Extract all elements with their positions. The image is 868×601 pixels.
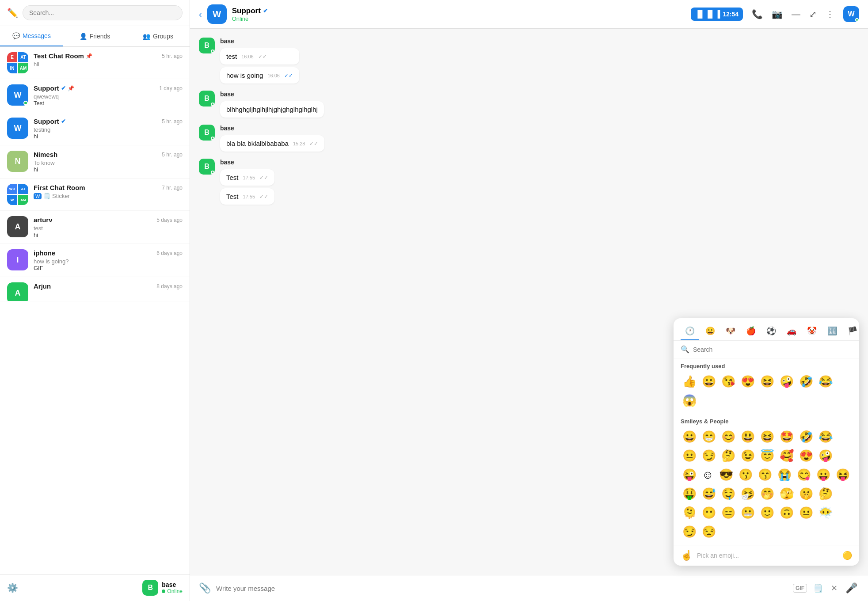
gif-button[interactable]: GIF: [793, 584, 807, 593]
emoji-thumbsup[interactable]: 👍: [681, 373, 698, 390]
phone-icon[interactable]: 📞: [752, 9, 763, 19]
bubble-1-2: how is going 16:06 ✓✓: [220, 67, 299, 84]
header-avatar: W: [207, 4, 227, 24]
msg-online-dot-1: [211, 49, 214, 53]
avatar-7: I: [7, 249, 28, 270]
msg-avatar-2: B: [199, 91, 215, 107]
tab-messages[interactable]: 💬 Messages: [0, 26, 63, 46]
verified-badge-2: ✔: [61, 85, 66, 91]
msg-content-2: base blhhghgljhglhjlhjghjghglhglhglhj: [220, 91, 324, 118]
msg-content-1: base test 16:06 ✓✓ how is going 16:06 ✓✓: [220, 38, 299, 84]
chat-header: ‹ W Support ✔ Online ▐▌▐▌▐ 12:54 📞 📷 — ⤢…: [190, 0, 868, 29]
video-icon[interactable]: 📷: [772, 9, 783, 19]
chat-info-4: Nimesh 5 hr. ago To know hi: [34, 151, 183, 173]
msg-online-dot-4: [211, 171, 214, 174]
emoji-tab-travel[interactable]: 🚗: [782, 323, 801, 340]
emoji-tab-symbols[interactable]: 🔣: [823, 323, 841, 340]
sticker-button[interactable]: 🗒️: [811, 582, 825, 595]
message-group-4: B base Test 17:55 ✓✓ Test 17:55 ✓✓: [199, 159, 859, 205]
avatar-4: N: [7, 151, 28, 172]
emoji-search: 🔍: [674, 341, 859, 358]
msg-avatar-4: B: [199, 159, 215, 175]
bubble-4-1: Test 17:55 ✓✓: [220, 169, 274, 186]
tab-groups[interactable]: 👥 Groups: [126, 26, 190, 46]
emoji-tab-flags[interactable]: 🏴: [843, 323, 859, 340]
settings-icon[interactable]: ⚙️: [7, 582, 18, 593]
msg-avatar-3: B: [199, 125, 215, 141]
bubble-1-1: test 16:06 ✓✓: [220, 48, 299, 65]
chat-item-6[interactable]: A arturv 5 days ago test hi: [0, 211, 190, 244]
input-actions: GIF 🗒️ ✕ 🎤: [793, 581, 859, 596]
avatar-6: A: [7, 216, 28, 237]
pin-icon-2: 📌: [68, 85, 74, 91]
online-dot-2: [23, 101, 28, 105]
emoji-dot: 🟡: [842, 551, 852, 560]
chat-info-3: Support ✔ 5 hr. ago testing hi: [34, 118, 183, 140]
back-button[interactable]: ‹: [199, 9, 202, 19]
emoji-tab-objects[interactable]: 🤡: [803, 323, 821, 340]
emoji-laughing[interactable]: 😆: [758, 373, 776, 390]
nav-tabs: 💬 Messages 👤 Friends 👥 Groups: [0, 26, 190, 47]
emoji-grinning[interactable]: 😀: [700, 373, 718, 390]
user-online-dot-header: [855, 18, 859, 22]
tick-4-2: ✓✓: [259, 194, 268, 200]
avatar-3: W: [7, 118, 28, 139]
emoji-section-frequent: Frequently used 👍 😀 😘 😍 😆 🤪 🤣 😂 😱: [674, 358, 859, 414]
message-input[interactable]: [216, 585, 788, 592]
close-button[interactable]: ✕: [829, 582, 839, 595]
message-group-3: B base bla bla bklalblbababa 15:28 ✓✓: [199, 125, 859, 152]
chat-info-8: Arjun 8 days ago: [34, 282, 183, 291]
tick-1-1: ✓✓: [258, 53, 267, 60]
expand-icon[interactable]: ⤢: [809, 9, 817, 19]
chat-header-left: ‹ W Support ✔ Online: [199, 4, 268, 24]
emoji-tab-activities[interactable]: ⚽: [762, 323, 780, 340]
emoji-joy[interactable]: 😂: [817, 373, 834, 390]
tick-1-2: ✓✓: [284, 72, 293, 79]
search-input[interactable]: [23, 5, 183, 20]
left-panel: ✏️ 💬 Messages 👤 Friends 👥 Groups E AT IN…: [0, 0, 190, 601]
emoji-smileys-grid: 😀 😁 😊 😃 😆 🤩 🤣 😂 😐 😏 🤔 😉 😇 🥰 😍 🤪 😜 ☺️ 😎: [681, 428, 852, 540]
emoji-tab-recent[interactable]: 🕐: [681, 323, 699, 340]
emoji-kiss[interactable]: 😘: [720, 373, 737, 390]
messages-icon: 💬: [12, 32, 20, 39]
emoji-hearteyes[interactable]: 😍: [739, 373, 757, 390]
chat-item-4[interactable]: N Nimesh 5 hr. ago To know hi: [0, 145, 190, 179]
header-verified-badge: ✔: [263, 8, 268, 14]
chat-info-5: First Chat Room 7 hr. ago W 🗒️ Sticker: [34, 184, 183, 199]
footer-user: B base Online: [142, 580, 183, 596]
emoji-tab-food[interactable]: 🍎: [742, 323, 760, 340]
chat-item-7[interactable]: I iphone 6 days ago how is going? GIF: [0, 244, 190, 277]
chat-info-7: iphone 6 days ago how is going? GIF: [34, 249, 183, 271]
minimize-icon[interactable]: —: [792, 9, 800, 19]
pin-icon: 📌: [86, 53, 92, 59]
edit-icon[interactable]: ✏️: [7, 8, 18, 18]
msg-online-dot-3: [211, 137, 214, 140]
avatar-grid-1: E AT IN AM: [7, 52, 28, 73]
mic-button[interactable]: 🎤: [844, 581, 859, 596]
chat-info-1: Test Chat Room 📌 5 hr. ago hii: [34, 52, 183, 68]
tick-4-1: ✓✓: [259, 175, 268, 181]
chat-item-3[interactable]: W Support ✔ 5 hr. ago testing hi: [0, 112, 190, 145]
chat-item-1[interactable]: E AT IN AM Test Chat Room 📌 5 hr. ago hi…: [0, 47, 190, 79]
msg-avatar-1: B: [199, 38, 215, 53]
chat-item-5[interactable]: WD AT W AM First Chat Room 7 hr. ago W 🗒…: [0, 179, 190, 211]
emoji-frequent-grid: 👍 😀 😘 😍 😆 🤪 🤣 😂 😱: [681, 373, 852, 409]
emoji-rofl[interactable]: 🤣: [797, 373, 815, 390]
verified-badge-3: ✔: [61, 118, 66, 125]
emoji-scream[interactable]: 😱: [681, 392, 698, 409]
attach-icon[interactable]: 📎: [199, 582, 211, 594]
more-options-icon[interactable]: ⋮: [826, 9, 834, 19]
emoji-zany[interactable]: 🤪: [778, 373, 796, 390]
chat-item-2[interactable]: W Support ✔ 📌 1 day ago qwewewq Test: [0, 79, 190, 112]
footer-online-dot: [162, 590, 165, 593]
barcode-icon: ▐▌▐▌▐: [695, 10, 720, 18]
chat-item-8[interactable]: A Arjun 8 days ago: [0, 277, 190, 301]
tab-friends[interactable]: 👤 Friends: [63, 26, 126, 46]
emoji-search-icon: 🔍: [681, 345, 689, 354]
chat-info-6: arturv 5 days ago test hi: [34, 216, 183, 238]
emoji-search-input[interactable]: [693, 346, 852, 353]
message-group-1: B base test 16:06 ✓✓ how is going 16:06 …: [199, 38, 859, 84]
avatar-8: A: [7, 282, 28, 301]
emoji-tab-animals[interactable]: 🐶: [721, 323, 740, 340]
emoji-tab-smileys[interactable]: 😀: [701, 323, 720, 340]
